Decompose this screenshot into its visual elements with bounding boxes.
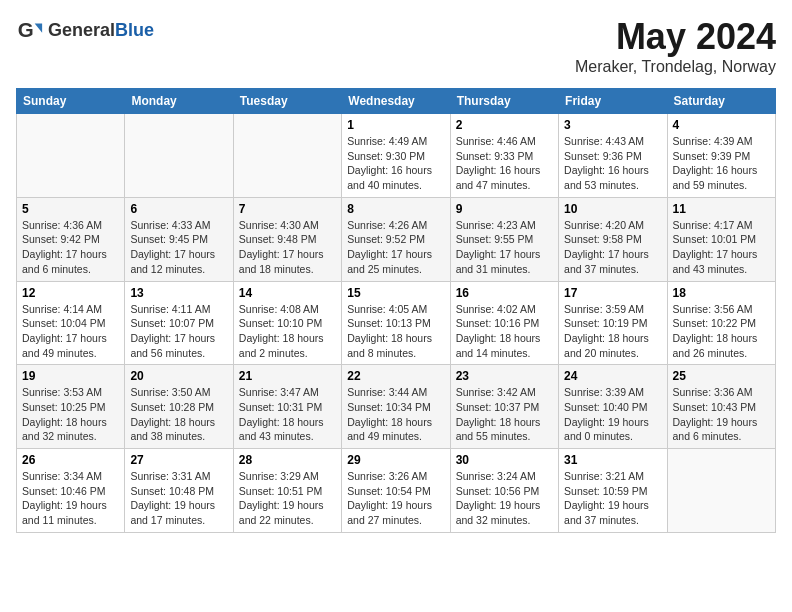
- day-info: Sunrise: 3:47 AM Sunset: 10:31 PM Daylig…: [239, 385, 336, 444]
- weekday-header-cell: Tuesday: [233, 89, 341, 114]
- day-info: Sunrise: 4:36 AM Sunset: 9:42 PM Dayligh…: [22, 218, 119, 277]
- day-number: 12: [22, 286, 119, 300]
- day-info: Sunrise: 4:46 AM Sunset: 9:33 PM Dayligh…: [456, 134, 553, 193]
- calendar-cell: 23Sunrise: 3:42 AM Sunset: 10:37 PM Dayl…: [450, 365, 558, 449]
- calendar-cell: 3Sunrise: 4:43 AM Sunset: 9:36 PM Daylig…: [559, 114, 667, 198]
- day-number: 23: [456, 369, 553, 383]
- day-number: 13: [130, 286, 227, 300]
- weekday-header-cell: Sunday: [17, 89, 125, 114]
- day-info: Sunrise: 3:26 AM Sunset: 10:54 PM Daylig…: [347, 469, 444, 528]
- day-info: Sunrise: 4:33 AM Sunset: 9:45 PM Dayligh…: [130, 218, 227, 277]
- weekday-header-row: SundayMondayTuesdayWednesdayThursdayFrid…: [17, 89, 776, 114]
- calendar-cell: 26Sunrise: 3:34 AM Sunset: 10:46 PM Dayl…: [17, 449, 125, 533]
- logo: G GeneralBlue: [16, 16, 154, 44]
- day-info: Sunrise: 4:08 AM Sunset: 10:10 PM Daylig…: [239, 302, 336, 361]
- calendar-cell: 12Sunrise: 4:14 AM Sunset: 10:04 PM Dayl…: [17, 281, 125, 365]
- calendar-week-row: 26Sunrise: 3:34 AM Sunset: 10:46 PM Dayl…: [17, 449, 776, 533]
- day-number: 10: [564, 202, 661, 216]
- day-info: Sunrise: 4:02 AM Sunset: 10:16 PM Daylig…: [456, 302, 553, 361]
- calendar-cell: 9Sunrise: 4:23 AM Sunset: 9:55 PM Daylig…: [450, 197, 558, 281]
- day-number: 14: [239, 286, 336, 300]
- calendar-cell: 17Sunrise: 3:59 AM Sunset: 10:19 PM Dayl…: [559, 281, 667, 365]
- calendar-cell: 10Sunrise: 4:20 AM Sunset: 9:58 PM Dayli…: [559, 197, 667, 281]
- calendar-title: May 2024: [575, 16, 776, 58]
- calendar-cell: [125, 114, 233, 198]
- day-number: 3: [564, 118, 661, 132]
- day-number: 9: [456, 202, 553, 216]
- calendar-table: SundayMondayTuesdayWednesdayThursdayFrid…: [16, 88, 776, 533]
- day-info: Sunrise: 3:31 AM Sunset: 10:48 PM Daylig…: [130, 469, 227, 528]
- day-info: Sunrise: 3:21 AM Sunset: 10:59 PM Daylig…: [564, 469, 661, 528]
- weekday-header-cell: Monday: [125, 89, 233, 114]
- day-info: Sunrise: 4:49 AM Sunset: 9:30 PM Dayligh…: [347, 134, 444, 193]
- day-number: 31: [564, 453, 661, 467]
- day-number: 30: [456, 453, 553, 467]
- calendar-cell: 7Sunrise: 4:30 AM Sunset: 9:48 PM Daylig…: [233, 197, 341, 281]
- calendar-cell: 2Sunrise: 4:46 AM Sunset: 9:33 PM Daylig…: [450, 114, 558, 198]
- calendar-cell: 5Sunrise: 4:36 AM Sunset: 9:42 PM Daylig…: [17, 197, 125, 281]
- day-number: 29: [347, 453, 444, 467]
- day-number: 26: [22, 453, 119, 467]
- calendar-cell: 4Sunrise: 4:39 AM Sunset: 9:39 PM Daylig…: [667, 114, 775, 198]
- day-number: 18: [673, 286, 770, 300]
- day-info: Sunrise: 3:59 AM Sunset: 10:19 PM Daylig…: [564, 302, 661, 361]
- day-info: Sunrise: 4:20 AM Sunset: 9:58 PM Dayligh…: [564, 218, 661, 277]
- calendar-cell: [667, 449, 775, 533]
- calendar-cell: 6Sunrise: 4:33 AM Sunset: 9:45 PM Daylig…: [125, 197, 233, 281]
- calendar-cell: 25Sunrise: 3:36 AM Sunset: 10:43 PM Dayl…: [667, 365, 775, 449]
- page-header: G GeneralBlue May 2024 Meraker, Trondela…: [16, 16, 776, 76]
- calendar-cell: 16Sunrise: 4:02 AM Sunset: 10:16 PM Dayl…: [450, 281, 558, 365]
- svg-marker-1: [35, 23, 42, 32]
- day-info: Sunrise: 3:50 AM Sunset: 10:28 PM Daylig…: [130, 385, 227, 444]
- calendar-cell: 11Sunrise: 4:17 AM Sunset: 10:01 PM Dayl…: [667, 197, 775, 281]
- title-block: May 2024 Meraker, Trondelag, Norway: [575, 16, 776, 76]
- day-number: 7: [239, 202, 336, 216]
- day-info: Sunrise: 4:43 AM Sunset: 9:36 PM Dayligh…: [564, 134, 661, 193]
- day-info: Sunrise: 4:17 AM Sunset: 10:01 PM Daylig…: [673, 218, 770, 277]
- calendar-cell: 28Sunrise: 3:29 AM Sunset: 10:51 PM Dayl…: [233, 449, 341, 533]
- calendar-cell: 1Sunrise: 4:49 AM Sunset: 9:30 PM Daylig…: [342, 114, 450, 198]
- day-info: Sunrise: 3:34 AM Sunset: 10:46 PM Daylig…: [22, 469, 119, 528]
- calendar-cell: [233, 114, 341, 198]
- day-info: Sunrise: 3:29 AM Sunset: 10:51 PM Daylig…: [239, 469, 336, 528]
- calendar-cell: 14Sunrise: 4:08 AM Sunset: 10:10 PM Dayl…: [233, 281, 341, 365]
- day-info: Sunrise: 3:53 AM Sunset: 10:25 PM Daylig…: [22, 385, 119, 444]
- day-info: Sunrise: 4:23 AM Sunset: 9:55 PM Dayligh…: [456, 218, 553, 277]
- day-number: 1: [347, 118, 444, 132]
- day-number: 8: [347, 202, 444, 216]
- day-number: 28: [239, 453, 336, 467]
- calendar-cell: 20Sunrise: 3:50 AM Sunset: 10:28 PM Dayl…: [125, 365, 233, 449]
- day-info: Sunrise: 4:14 AM Sunset: 10:04 PM Daylig…: [22, 302, 119, 361]
- weekday-header-cell: Wednesday: [342, 89, 450, 114]
- weekday-header-cell: Thursday: [450, 89, 558, 114]
- calendar-cell: 31Sunrise: 3:21 AM Sunset: 10:59 PM Dayl…: [559, 449, 667, 533]
- calendar-cell: 13Sunrise: 4:11 AM Sunset: 10:07 PM Dayl…: [125, 281, 233, 365]
- day-number: 2: [456, 118, 553, 132]
- calendar-week-row: 12Sunrise: 4:14 AM Sunset: 10:04 PM Dayl…: [17, 281, 776, 365]
- day-info: Sunrise: 3:42 AM Sunset: 10:37 PM Daylig…: [456, 385, 553, 444]
- calendar-cell: 15Sunrise: 4:05 AM Sunset: 10:13 PM Dayl…: [342, 281, 450, 365]
- day-number: 6: [130, 202, 227, 216]
- calendar-cell: 24Sunrise: 3:39 AM Sunset: 10:40 PM Dayl…: [559, 365, 667, 449]
- day-info: Sunrise: 4:05 AM Sunset: 10:13 PM Daylig…: [347, 302, 444, 361]
- day-number: 25: [673, 369, 770, 383]
- calendar-week-row: 19Sunrise: 3:53 AM Sunset: 10:25 PM Dayl…: [17, 365, 776, 449]
- day-number: 21: [239, 369, 336, 383]
- calendar-cell: 19Sunrise: 3:53 AM Sunset: 10:25 PM Dayl…: [17, 365, 125, 449]
- day-info: Sunrise: 3:56 AM Sunset: 10:22 PM Daylig…: [673, 302, 770, 361]
- day-number: 17: [564, 286, 661, 300]
- day-number: 4: [673, 118, 770, 132]
- day-number: 27: [130, 453, 227, 467]
- logo-blue: Blue: [115, 20, 154, 40]
- day-number: 5: [22, 202, 119, 216]
- calendar-week-row: 5Sunrise: 4:36 AM Sunset: 9:42 PM Daylig…: [17, 197, 776, 281]
- calendar-cell: 22Sunrise: 3:44 AM Sunset: 10:34 PM Dayl…: [342, 365, 450, 449]
- calendar-cell: [17, 114, 125, 198]
- calendar-cell: 21Sunrise: 3:47 AM Sunset: 10:31 PM Dayl…: [233, 365, 341, 449]
- day-info: Sunrise: 4:26 AM Sunset: 9:52 PM Dayligh…: [347, 218, 444, 277]
- calendar-cell: 8Sunrise: 4:26 AM Sunset: 9:52 PM Daylig…: [342, 197, 450, 281]
- weekday-header-cell: Friday: [559, 89, 667, 114]
- day-info: Sunrise: 3:39 AM Sunset: 10:40 PM Daylig…: [564, 385, 661, 444]
- day-number: 11: [673, 202, 770, 216]
- day-number: 16: [456, 286, 553, 300]
